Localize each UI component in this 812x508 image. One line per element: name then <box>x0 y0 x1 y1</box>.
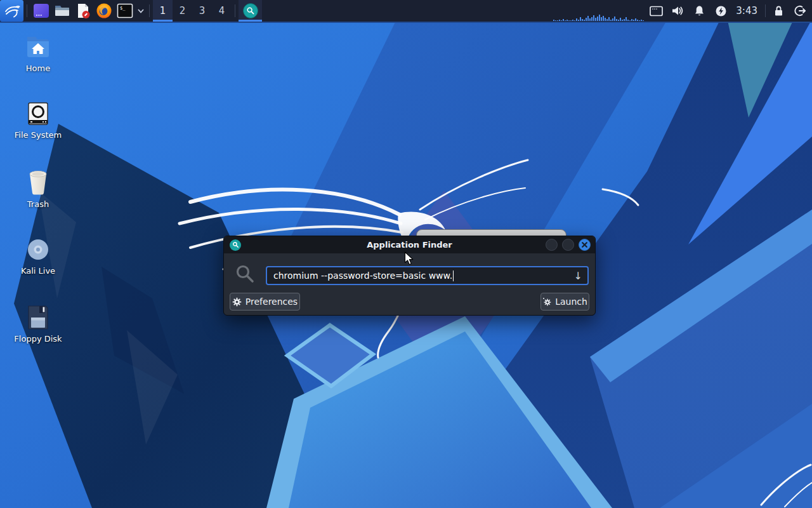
preferences-label: Preferences <box>246 297 298 307</box>
folder-icon <box>54 3 70 19</box>
mouse-cursor <box>404 251 415 266</box>
screen-icon <box>650 6 663 17</box>
close-button[interactable] <box>579 239 591 251</box>
panel-separator <box>235 4 235 17</box>
panel-spacer <box>262 0 553 22</box>
close-icon <box>582 242 587 248</box>
desktop-icon-label: Floppy Disk <box>14 334 62 344</box>
workspace-1[interactable]: 1 <box>153 0 173 22</box>
tray-notifications-button[interactable] <box>688 0 710 22</box>
optical-disc-icon <box>25 237 51 262</box>
tray-logout-button[interactable] <box>788 0 812 22</box>
application-finder-window: Application Finder chromium --password-s… <box>223 236 596 316</box>
clock[interactable]: 3:43 <box>731 0 762 22</box>
volume-icon <box>671 5 684 17</box>
lock-icon <box>773 5 784 17</box>
panel-separator <box>27 4 27 17</box>
dropdown-arrow-icon[interactable]: ↓ <box>574 270 582 282</box>
floppy-disk-icon <box>26 305 50 330</box>
desktop-icon-label: Home <box>26 64 50 73</box>
kali-menu-button[interactable] <box>0 0 23 22</box>
document-icon <box>75 3 91 19</box>
desktop-icon-label: File System <box>15 130 62 140</box>
launch-label: Launch <box>555 297 587 307</box>
tray-screen-button[interactable] <box>645 0 667 22</box>
desktop-icon-floppy-disk[interactable]: Floppy Disk <box>8 305 69 344</box>
tray-power-manager-button[interactable] <box>710 0 731 22</box>
hard-drive-icon <box>25 101 51 126</box>
taskbar-application-finder[interactable] <box>239 0 262 22</box>
titlebar[interactable]: Application Finder <box>224 236 595 253</box>
launcher-terminal[interactable]: $_ <box>114 0 135 22</box>
launch-button[interactable]: Launch <box>540 293 589 311</box>
firefox-icon <box>96 3 112 19</box>
tray-volume-button[interactable] <box>667 0 688 22</box>
logout-icon <box>794 4 806 17</box>
workspace-4[interactable]: 4 <box>212 0 232 22</box>
workspace-3[interactable]: 3 <box>192 0 212 22</box>
launcher-dropdown-button[interactable] <box>135 0 146 22</box>
launcher-text-editor[interactable] <box>72 0 93 22</box>
window-title: Application Finder <box>224 240 595 250</box>
desktop-icon-kali-live[interactable]: Kali Live <box>8 237 69 276</box>
power-bolt-icon <box>715 5 727 17</box>
desktop-icon-label: Kali Live <box>21 266 55 276</box>
launcher-desktop[interactable] <box>30 0 51 22</box>
launcher-web-browser[interactable] <box>93 0 114 22</box>
cpu-graph[interactable] <box>553 12 645 22</box>
minimize-button[interactable] <box>546 239 558 251</box>
desktop-root: $_ 1 2 3 4 <box>0 0 812 508</box>
desktop-icon-trash[interactable]: Trash <box>8 169 69 209</box>
top-panel: $_ 1 2 3 4 <box>0 0 812 23</box>
gear-icon <box>232 297 242 307</box>
desktop-icon-home[interactable]: Home <box>8 34 69 73</box>
trash-can-icon <box>25 169 51 196</box>
search-icon <box>235 264 254 283</box>
launch-gear-icon <box>542 297 551 306</box>
bell-icon <box>693 5 705 17</box>
kali-logo-icon <box>3 2 21 20</box>
maximize-button[interactable] <box>562 239 574 251</box>
launcher-file-manager[interactable] <box>51 0 72 22</box>
search-input[interactable]: chromium --password-store=basic www. ↓ <box>266 266 589 285</box>
desktop-icon <box>33 3 49 19</box>
application-finder-icon <box>243 3 258 18</box>
text-caret <box>453 271 454 281</box>
tray-lock-button[interactable] <box>769 0 788 22</box>
panel-separator <box>149 4 150 17</box>
terminal-icon: $_ <box>117 3 133 19</box>
search-input-value: chromium --password-store=basic www. <box>273 271 452 281</box>
panel-separator <box>765 4 766 17</box>
chevron-down-icon <box>137 8 145 14</box>
home-folder-icon <box>25 34 51 60</box>
preferences-button[interactable]: Preferences <box>230 293 300 311</box>
desktop-icon-label: Trash <box>27 199 49 209</box>
svg-text:$_: $_ <box>120 6 126 11</box>
workspace-2[interactable]: 2 <box>173 0 192 22</box>
desktop-icon-file-system[interactable]: File System <box>8 101 69 140</box>
